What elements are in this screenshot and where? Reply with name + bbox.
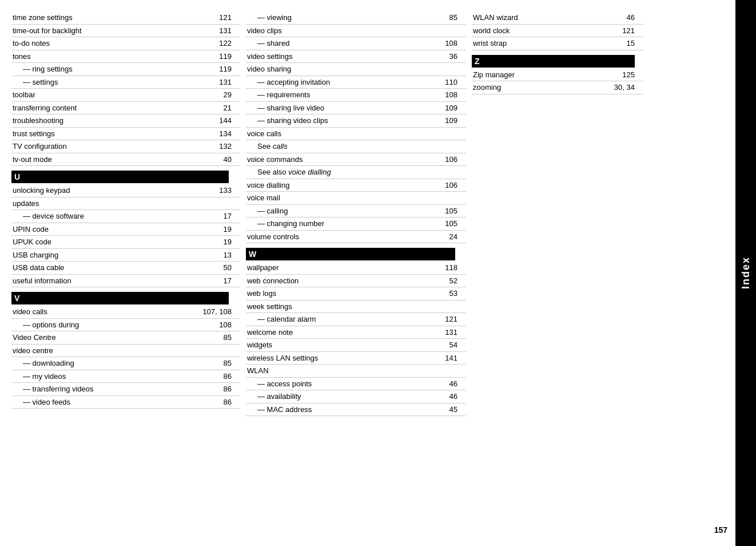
list-item: wallpaper118 bbox=[246, 262, 466, 274]
list-item: — ring settings119 bbox=[11, 63, 240, 76]
list-item: Video Centre85 bbox=[11, 331, 240, 345]
list-item: toolbar29 bbox=[11, 89, 240, 102]
list-item: — my videos86 bbox=[11, 370, 240, 383]
list-item: — sharing live video109 bbox=[246, 101, 466, 114]
list-item: wireless LAN settings141 bbox=[246, 351, 466, 365]
list-item: welcome note131 bbox=[246, 326, 466, 339]
list-item: troubleshooting144 bbox=[11, 114, 240, 128]
list-item: WLAN bbox=[246, 365, 466, 378]
list-item: — changing number105 bbox=[246, 217, 466, 231]
list-item: volume controls24 bbox=[246, 230, 466, 243]
list-item: — video feeds86 bbox=[11, 395, 240, 409]
list-item: — viewing85 bbox=[246, 11, 466, 24]
list-item: week settings bbox=[246, 300, 466, 313]
col1-top-table: time zone settings121 time-out for backl… bbox=[11, 11, 240, 166]
list-item: video calls107, 108 bbox=[11, 306, 240, 318]
list-item: tones119 bbox=[11, 50, 240, 63]
list-item: world clock121 bbox=[472, 24, 643, 37]
section-header-u: U bbox=[11, 171, 229, 183]
list-item: trust settings134 bbox=[11, 127, 240, 140]
list-item: web connection52 bbox=[246, 274, 466, 287]
list-item: — MAC address45 bbox=[246, 403, 466, 416]
list-item: — settings131 bbox=[11, 76, 240, 89]
list-item: time-out for backlight131 bbox=[11, 24, 240, 37]
col1-v-table: video calls107, 108 — options during108 … bbox=[11, 306, 240, 409]
page-container: time zone settings121 time-out for backl… bbox=[0, 0, 756, 546]
list-item: WLAN wizard46 bbox=[472, 11, 643, 24]
list-item: zooming30, 34 bbox=[472, 81, 643, 94]
col3-z-table: Zip manager125 zooming30, 34 bbox=[472, 69, 643, 94]
list-item: See calls bbox=[246, 140, 466, 153]
section-header-v: V bbox=[11, 292, 229, 304]
list-item: tv-out mode40 bbox=[11, 153, 240, 166]
list-item: voice dialling106 bbox=[246, 179, 466, 192]
section-header-z: Z bbox=[472, 55, 635, 68]
column-1: time zone settings121 time-out for backl… bbox=[11, 11, 246, 535]
list-item: — sharing video clips109 bbox=[246, 114, 466, 128]
list-item: voice commands106 bbox=[246, 153, 466, 166]
list-item: voice calls bbox=[246, 127, 466, 140]
list-item: — accepting invitation110 bbox=[246, 76, 466, 89]
list-item: time zone settings121 bbox=[11, 11, 240, 24]
list-item: See also voice dialling bbox=[246, 166, 466, 179]
list-item: Zip manager125 bbox=[472, 69, 643, 81]
list-item: updates bbox=[11, 197, 240, 210]
list-item: — access points46 bbox=[246, 377, 466, 390]
list-item: UPIN code19 bbox=[11, 223, 240, 236]
col3-top-table: WLAN wizard46 world clock121 wrist strap… bbox=[472, 11, 643, 50]
list-item: — transferring videos86 bbox=[11, 383, 240, 396]
list-item: web logs53 bbox=[246, 287, 466, 300]
list-item: — calendar alarm121 bbox=[246, 313, 466, 326]
list-item: widgets54 bbox=[246, 339, 466, 352]
list-item: video settings36 bbox=[246, 50, 466, 63]
list-item: transferring content21 bbox=[11, 101, 240, 114]
list-item: video centre bbox=[11, 344, 240, 357]
list-item: — requirements108 bbox=[246, 89, 466, 102]
col1-u-table: unlocking keypad133 updates — device sof… bbox=[11, 184, 240, 287]
list-item: video clips bbox=[246, 24, 466, 37]
list-item: TV configuration132 bbox=[11, 140, 240, 153]
column-3: WLAN wizard46 world clock121 wrist strap… bbox=[472, 11, 649, 535]
list-item: video sharing bbox=[246, 63, 466, 76]
index-side-tab: Index bbox=[735, 0, 756, 546]
column-2: — viewing85 video clips — shared108 vide… bbox=[246, 11, 472, 535]
list-item: — device software17 bbox=[11, 210, 240, 223]
col2-w-table: wallpaper118 web connection52 web logs53… bbox=[246, 262, 466, 416]
list-item: — calling105 bbox=[246, 204, 466, 217]
list-item: unlocking keypad133 bbox=[11, 184, 240, 197]
section-header-w: W bbox=[246, 248, 455, 260]
list-item: wrist strap15 bbox=[472, 37, 643, 50]
list-item: useful information17 bbox=[11, 274, 240, 287]
list-item: voice mail bbox=[246, 192, 466, 205]
col2-top-table: — viewing85 video clips — shared108 vide… bbox=[246, 11, 466, 243]
list-item: — shared108 bbox=[246, 37, 466, 50]
list-item: — downloading85 bbox=[11, 357, 240, 370]
list-item: to-do notes122 bbox=[11, 37, 240, 50]
list-item: — availability46 bbox=[246, 390, 466, 403]
list-item: UPUK code19 bbox=[11, 236, 240, 249]
page-number: 157 bbox=[714, 525, 727, 535]
list-item: — options during108 bbox=[11, 318, 240, 331]
side-tab-label: Index bbox=[740, 256, 752, 289]
list-item: USB data cable50 bbox=[11, 262, 240, 275]
list-item: USB charging13 bbox=[11, 248, 240, 262]
